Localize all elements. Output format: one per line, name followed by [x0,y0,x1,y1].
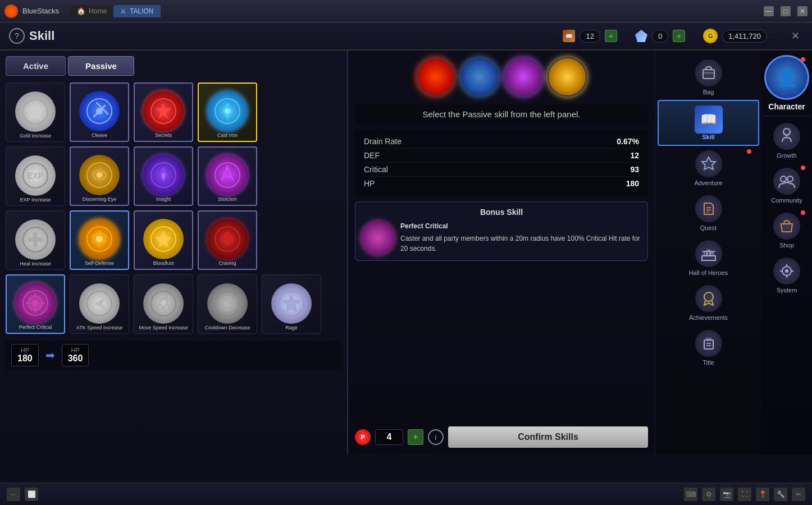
skill-rage[interactable]: Rage [262,274,321,334]
skill-exp-increase[interactable]: EXP EXP Increase [6,146,65,206]
book-add-button[interactable]: + [605,30,617,42]
tools-icon[interactable]: 🔧 [774,488,787,501]
gem-add-button[interactable]: + [673,30,685,42]
skill-heal-increase[interactable]: Heal Increase [6,210,65,270]
far-right-sidebar: 👤 Character Growth Community [761,50,812,454]
stat-drain-rate: Drain Rate 0.67% [364,135,639,149]
keyboard-icon[interactable]: ⌨ [684,488,697,501]
cooldown-icon [207,283,248,324]
skill-empty-2-4 [262,210,321,270]
passive-tab[interactable]: Passive [68,56,134,76]
sidebar-item-quest[interactable]: Quest [658,191,759,236]
system-icon [773,258,800,284]
settings-icon[interactable]: ⚙ [702,488,715,501]
panel-close-button[interactable]: ✕ [787,28,803,44]
skill-craving[interactable]: Craving [198,210,257,270]
skill-stoicism[interactable]: Stoicism [198,146,257,206]
svg-point-3 [96,108,103,114]
preview-icon-shield[interactable] [460,57,499,97]
skill-self-defense[interactable]: Self-Defense [70,210,129,270]
location-icon[interactable]: 📍 [756,488,769,501]
sidebar-item-adventure[interactable]: Adventure [658,146,759,191]
stats-block: Drain Rate 0.67% DEF 12 Critical 93 HP 1… [355,129,648,196]
skill-perfect-critical[interactable]: Perfect Critical [6,274,65,334]
skill-cleave[interactable]: Cleave [70,82,129,142]
skill-move-speed[interactable]: Move Speed Increase [134,274,193,334]
gold-icon: G [703,29,718,43]
minimize-button[interactable]: — [764,6,774,16]
sidebar-item-title[interactable]: Title [658,325,759,370]
preview-icon-gold[interactable] [548,57,587,97]
sidebar-item-skill[interactable]: 📖 Skill [658,100,759,146]
sidebar-item-community[interactable]: Community [764,163,810,208]
point-icon: P [355,429,371,445]
bonus-skill-description: Caster and all party members within a 20… [400,233,642,254]
skill-gold-increase[interactable]: Gold Increase [6,82,65,142]
gold-count: 1,411,720 [728,32,761,40]
skill-insight[interactable]: Insight [134,146,193,206]
hp-current-value: 180 [17,354,33,364]
fullscreen-icon[interactable]: ⛶ [738,488,751,501]
book-resource: 12 [580,30,600,43]
insight-icon [143,155,184,195]
stoicism-label: Stoicism [218,196,237,203]
hall-label: Hall of Heroes [689,269,728,276]
cut-icon[interactable]: ✂ [792,488,805,501]
sidebar-item-bag[interactable]: Bag [658,55,759,100]
close-button[interactable]: ✕ [797,6,808,16]
screenshot-icon[interactable]: 📷 [720,488,733,501]
sidebar-item-hall-of-heroes[interactable]: Hall of Heroes [658,236,759,281]
svg-text:EXP: EXP [28,171,43,180]
exp-increase-icon: EXP [15,155,56,196]
hall-of-heroes-icon [695,240,722,267]
self-defense-icon [79,219,120,259]
svg-point-52 [781,176,786,182]
confirm-skills-button[interactable]: Confirm Skills [448,426,648,448]
skill-bloodlust[interactable]: Bloodlust [134,210,193,270]
svg-point-53 [787,176,793,182]
svg-point-47 [704,292,713,301]
achievements-icon [695,285,722,312]
maximize-button[interactable]: □ [781,6,791,16]
info-button[interactable]: i [428,429,444,445]
home-button[interactable]: ⬜ [25,488,38,501]
gold-increase-label: Gold Increase [20,133,51,139]
hp-section: HP 180 ➡ HP 360 [6,341,341,370]
back-button[interactable]: ← [7,488,20,501]
character-label: Character [768,102,805,111]
preview-icon-purple[interactable] [504,57,543,97]
community-notification-dot [801,166,805,170]
secrets-label: Secrets [155,132,172,139]
skill-cast-iron[interactable]: Cast Iron [198,82,257,142]
svg-point-11 [97,172,102,178]
home-tab[interactable]: 🏠 Home [70,5,113,17]
preview-icon-fire[interactable] [416,57,455,97]
growth-icon [773,123,800,150]
skill-cooldown[interactable]: Cooldown Decrease [198,274,257,334]
gold-increase-icon [15,91,56,132]
svg-point-29 [151,291,176,316]
move-speed-icon [143,283,184,324]
bonus-skill-box: Bonus Skill Perfect Critical Caster and … [355,201,648,261]
svg-rect-48 [704,340,713,349]
skill-atk-speed[interactable]: ATK Speed Increase [70,274,129,334]
skill-discerning-eye[interactable]: Discerning Eye [70,146,129,206]
skill-secrets[interactable]: Secrets [134,82,193,142]
point-add-button[interactable]: + [408,429,423,445]
gem-icon [635,30,647,42]
help-button[interactable]: ? [9,28,25,44]
tab-bar: Active Passive [6,56,341,76]
system-label: System [777,287,797,293]
hp-stat-value: 180 [626,179,639,188]
bloodlust-label: Bloodlust [153,260,174,267]
svg-rect-42 [702,256,715,260]
cooldown-label: Cooldown Decrease [204,325,250,331]
sidebar-item-character[interactable]: 👤 Character [764,55,810,116]
sidebar-item-achievements[interactable]: Achievements [658,281,759,325]
hp-label: HP [17,347,33,354]
sidebar-item-system[interactable]: System [764,253,810,298]
active-tab[interactable]: Active [6,56,66,76]
sidebar-item-shop[interactable]: Shop [764,208,810,253]
game-tab[interactable]: ⚔ TALION [113,5,160,17]
sidebar-item-growth[interactable]: Growth [764,118,810,163]
